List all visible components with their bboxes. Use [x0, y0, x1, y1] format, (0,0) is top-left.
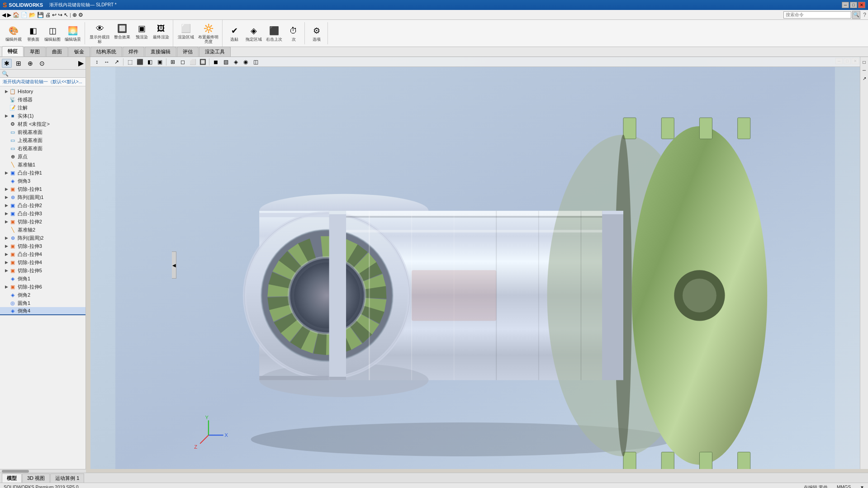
- tree-item-chamfer2[interactable]: ◈ 倒角2: [0, 291, 85, 299]
- sidebar-collapse-handle[interactable]: ◀: [172, 251, 176, 279]
- tree-item-boss2[interactable]: ▶ ▣ 凸台-拉伸2: [0, 201, 85, 209]
- right-panel-btn2[interactable]: ─: [861, 67, 868, 73]
- tree-item-boss4[interactable]: ▶ ▣ 凸台-拉伸4: [0, 250, 85, 258]
- open-icon[interactable]: 📂: [29, 12, 36, 18]
- view-btn-wire[interactable]: ⬚: [125, 58, 134, 66]
- maximize-button[interactable]: □: [850, 2, 857, 8]
- view-btn-camera[interactable]: ⬜: [188, 58, 197, 66]
- toolbar-btn-drag-region[interactable]: ◈ 拖定区域: [244, 23, 264, 43]
- bottom-tab-3dview[interactable]: 3D 视图: [22, 474, 50, 483]
- expand-cut4[interactable]: ▶: [4, 260, 9, 265]
- tree-item-pattern1[interactable]: ▶ ⊛ 阵列(圆周)1: [0, 193, 85, 201]
- expand-boss2[interactable]: ▶: [4, 203, 9, 208]
- toolbar-btn-edit-appearance[interactable]: 🎨 编辑外观: [4, 23, 24, 43]
- tree-item-cut2[interactable]: ▶ ▣ 切除-拉伸2: [0, 218, 85, 226]
- tree-item-pattern2[interactable]: ▶ ⊛ 阵列(圆周)2: [0, 234, 85, 242]
- expand-cut6[interactable]: ▶: [4, 284, 9, 289]
- home-icon[interactable]: 🏠: [13, 12, 19, 18]
- expand-cut2[interactable]: ▶: [4, 219, 9, 224]
- tab-structure[interactable]: 结构系统: [90, 47, 122, 57]
- toolbar-btn-replace-face[interactable]: ◧ 替换面: [24, 23, 42, 43]
- toolbar-btn-show-target[interactable]: 👁 显示外观目标: [88, 21, 112, 46]
- view-btn-display[interactable]: ▣: [155, 58, 164, 66]
- tree-item-cut3[interactable]: ▶ ▣ 切除-拉伸3: [0, 242, 85, 250]
- right-panel-btn3[interactable]: ↗: [861, 75, 868, 81]
- undo-icon[interactable]: ↩: [52, 12, 57, 18]
- tree-item-annotation[interactable]: 📝 注解: [0, 104, 85, 112]
- tree-item-chamfer4[interactable]: ◈ 倒角4: [0, 307, 85, 315]
- tree-item-origin[interactable]: ⊕ 原点: [0, 152, 85, 161]
- new-icon[interactable]: 📄: [21, 12, 28, 18]
- toolbar-btn-edit-texture[interactable]: ◫ 编辑贴图: [43, 23, 62, 43]
- sidebar-scroll-thumb[interactable]: [2, 470, 29, 473]
- viewport[interactable]: ↕ ↔ ↗ ⬚ ⬛ ◧ ▣ ⊞ ◻ ⬜ 🔲 ◼ ▧ ◈ ◉ ◫: [90, 57, 860, 469]
- tree-item-cut6[interactable]: ▶ ▣ 切除-拉伸6: [0, 283, 85, 291]
- sidebar-icon-display[interactable]: ⊙: [37, 59, 47, 68]
- tree-item-solid[interactable]: ▶ ■ 实体(1): [0, 112, 85, 120]
- tab-direct-edit[interactable]: 直接编辑: [145, 47, 176, 57]
- tree-item-fillet1[interactable]: ◎ 圆角1: [0, 299, 85, 307]
- view-btn-perspective[interactable]: ⊞: [168, 58, 177, 66]
- tab-surface[interactable]: 曲面: [46, 47, 68, 57]
- toolbar-btn-final-render[interactable]: 🖼 最终渲染: [151, 21, 171, 46]
- close-button[interactable]: ✕: [858, 2, 865, 8]
- expand-cut1[interactable]: ▶: [4, 186, 9, 192]
- view-btn-hide[interactable]: 🔲: [198, 58, 207, 66]
- tab-render-tools[interactable]: 渲染工具: [199, 47, 231, 57]
- sidebar-icon-property[interactable]: ⊞: [14, 59, 24, 68]
- bottom-tab-model[interactable]: 模型: [2, 474, 22, 483]
- toolbar-btn-scene[interactable]: 🌅 编辑场景: [63, 23, 83, 43]
- expand-history[interactable]: ▶: [4, 89, 9, 94]
- toolbar-btn-prerender[interactable]: ▣ 预渲染: [133, 21, 151, 46]
- toolbar-btn-select[interactable]: ✔ 选贴: [225, 23, 243, 43]
- measure-icon[interactable]: ⊕: [72, 12, 77, 18]
- print-icon[interactable]: 🖨: [45, 12, 51, 18]
- expand-boss4[interactable]: ▶: [4, 251, 9, 257]
- tab-sketch[interactable]: 草图: [24, 47, 46, 57]
- tree-item-boss1[interactable]: ▶ ▣ 凸台-拉伸1: [0, 169, 85, 177]
- expand-boss3[interactable]: ▶: [4, 211, 9, 216]
- forward-icon[interactable]: ▶: [7, 12, 11, 18]
- expand-pattern2[interactable]: ▶: [4, 235, 9, 241]
- view-btn-scene-bg[interactable]: ◼: [211, 58, 220, 66]
- expand-boss1[interactable]: ▶: [4, 170, 9, 175]
- expand-solid[interactable]: ▶: [4, 113, 9, 118]
- view-btn-zoom-in[interactable]: ↕: [92, 58, 101, 66]
- tree-item-cut4[interactable]: ▶ ▣ 切除-拉伸4: [0, 258, 85, 266]
- redo-icon[interactable]: ↪: [58, 12, 62, 18]
- tree-item-top-plane[interactable]: ▭ 上视基准面: [0, 136, 85, 144]
- tree-item-material[interactable]: ⚙ 材质 <未指定>: [0, 120, 85, 128]
- tab-weldment[interactable]: 焊件: [123, 47, 144, 57]
- toolbar-btn-times[interactable]: ⏱ 次: [285, 23, 303, 43]
- tree-item-chamfer3[interactable]: ◈ 倒角3: [0, 177, 85, 185]
- tree-item-right-plane[interactable]: ▭ 右视基准面: [0, 144, 85, 152]
- tree-item-boss3[interactable]: ▶ ▣ 凸台-拉伸3: [0, 209, 85, 218]
- bottom-tab-motion[interactable]: 运动算例 1: [50, 474, 84, 483]
- filter-icon[interactable]: 🔍: [2, 71, 9, 77]
- toolbar-btn-options[interactable]: ⚙ 选项: [308, 23, 326, 43]
- tree-item-sensor[interactable]: 📡 传感器: [0, 95, 85, 104]
- tree-item-axis1[interactable]: ╲ 基准轴1: [0, 161, 85, 169]
- view-btn-section[interactable]: ◧: [145, 58, 154, 66]
- tree-item-cut5[interactable]: ▶ ▣ 切除-拉伸5: [0, 266, 85, 275]
- view-btn-settings[interactable]: ◫: [251, 58, 260, 66]
- search-button[interactable]: 🔍: [852, 11, 860, 19]
- back-icon[interactable]: ◀: [2, 12, 6, 18]
- tree-item-axis2[interactable]: ╲ 基准轴2: [0, 226, 85, 234]
- tree-item-history[interactable]: ▶ 📋 History: [0, 87, 85, 95]
- help-icon[interactable]: ?: [863, 12, 866, 18]
- tab-feature[interactable]: 特征: [2, 46, 24, 57]
- expand-pattern1[interactable]: ▶: [4, 194, 9, 200]
- view-btn-orient[interactable]: ▧: [221, 58, 230, 66]
- sidebar-icon-feature[interactable]: ✱: [2, 59, 12, 68]
- view-btn-fit[interactable]: ↗: [112, 58, 121, 66]
- right-panel-btn1[interactable]: □: [861, 59, 868, 65]
- sidebar-icon-config[interactable]: ⊕: [25, 59, 35, 68]
- pointer-icon[interactable]: ↖: [64, 12, 68, 18]
- tab-evaluate[interactable]: 评估: [177, 47, 199, 57]
- save-icon[interactable]: 💾: [37, 12, 44, 18]
- minimize-button[interactable]: ─: [842, 2, 849, 8]
- toolbar-btn-render-region[interactable]: ⬜ 渲染区域: [176, 21, 196, 46]
- toolbar-btn-brightness[interactable]: 🔆 布置最终明亮度: [196, 21, 220, 46]
- expand-cut5[interactable]: ▶: [4, 268, 9, 273]
